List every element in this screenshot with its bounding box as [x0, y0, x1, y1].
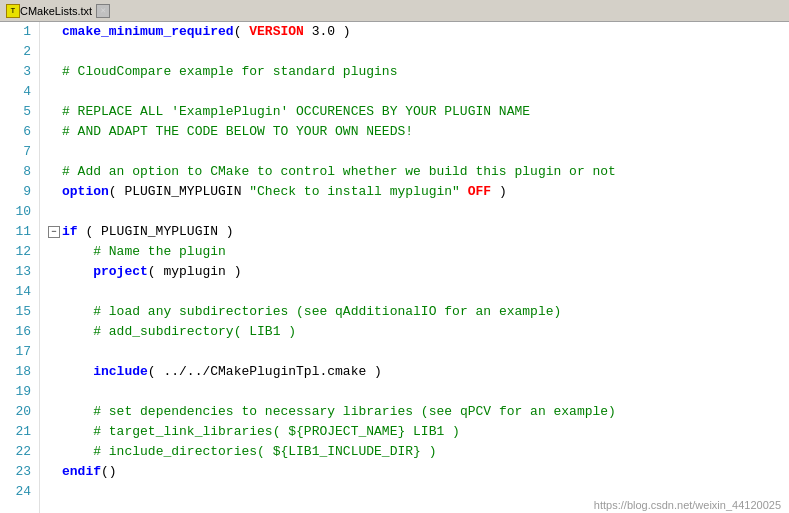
code-line	[48, 142, 781, 162]
file-icon: T	[6, 4, 20, 18]
code-line	[48, 342, 781, 362]
code-line: # CloudCompare example for standard plug…	[48, 62, 781, 82]
code-line	[48, 82, 781, 102]
line-numbers: 1 2 3 4 5 6 7 8 9 10 11 12 13 14 15 16 1…	[0, 22, 40, 513]
code-line: # include_directories( ${LIB1_INCLUDE_DI…	[48, 442, 781, 462]
code-line: option( PLUGIN_MYPLUGIN "Check to instal…	[48, 182, 781, 202]
code-line: − if ( PLUGIN_MYPLUGIN )	[48, 222, 781, 242]
code-line: # Add an option to CMake to control whet…	[48, 162, 781, 182]
code-line: # set dependencies to necessary librarie…	[48, 402, 781, 422]
code-line: # Name the plugin	[48, 242, 781, 262]
code-line: # AND ADAPT THE CODE BELOW TO YOUR OWN N…	[48, 122, 781, 142]
watermark: https://blog.csdn.net/weixin_44120025	[594, 499, 781, 511]
title-bar: T CMakeLists.txt ✕	[0, 0, 789, 22]
code-line	[48, 42, 781, 62]
code-line: # REPLACE ALL 'ExamplePlugin' OCCURENCES…	[48, 102, 781, 122]
title-text: CMakeLists.txt	[20, 5, 92, 17]
code-line: project( myplugin )	[48, 262, 781, 282]
code-line	[48, 382, 781, 402]
code-line: # add_subdirectory( LIB1 )	[48, 322, 781, 342]
fold-icon[interactable]: −	[48, 226, 60, 238]
code-line: endif()	[48, 462, 781, 482]
code-line	[48, 282, 781, 302]
code-editor: 1 2 3 4 5 6 7 8 9 10 11 12 13 14 15 16 1…	[0, 22, 789, 513]
code-line	[48, 202, 781, 222]
code-content[interactable]: cmake_minimum_required( VERSION 3.0 ) # …	[40, 22, 789, 513]
close-button[interactable]: ✕	[96, 4, 110, 18]
editor-window: T CMakeLists.txt ✕ 1 2 3 4 5 6 7 8 9 10 …	[0, 0, 789, 513]
code-line: # target_link_libraries( ${PROJECT_NAME}…	[48, 422, 781, 442]
code-line: include( ../../CMakePluginTpl.cmake )	[48, 362, 781, 382]
code-line: # load any subdirectories (see qAddition…	[48, 302, 781, 322]
code-line: cmake_minimum_required( VERSION 3.0 )	[48, 22, 781, 42]
